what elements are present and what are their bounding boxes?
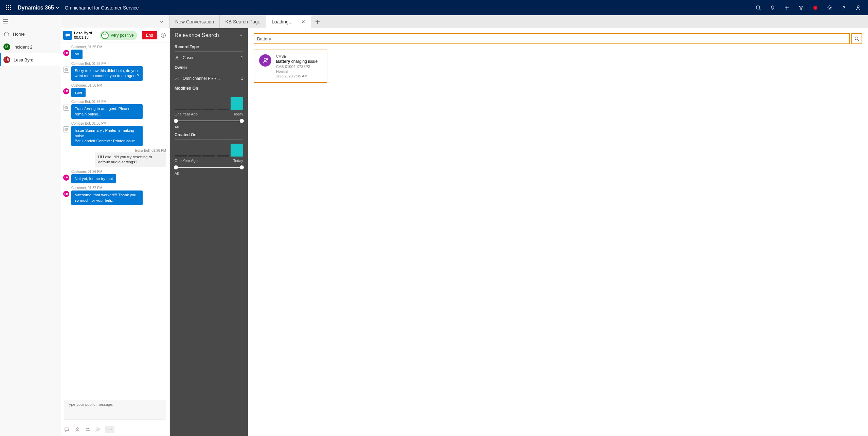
sidebar-item-conversation[interactable]: LB Lesa Byrd [0, 53, 61, 66]
svg-rect-0 [6, 5, 7, 6]
msg-meta: Contoso Bot, 01:35 PM [71, 62, 143, 66]
conversation-body[interactable]: LBCustomer, 01:35 PMno Contoso Bot, 01:3… [61, 42, 169, 398]
topbar: Dynamics 365 Omnichannel for Customer Se… [0, 0, 868, 15]
msg-meta: Customer, 01:36 PM [71, 170, 116, 174]
svg-line-34 [858, 40, 859, 41]
transfer-icon[interactable] [85, 427, 90, 432]
axis-right: Today [233, 112, 243, 116]
msg-meta: Contoso Bot, 01:36 PM [71, 100, 143, 104]
filter-icon[interactable] [794, 1, 808, 15]
presence-indicator[interactable] [808, 1, 822, 15]
modified-heading: Modified On [175, 86, 243, 91]
left-sidebar: Home I2 incident 2 LB Lesa Byrd [0, 15, 61, 436]
customer-name: Lesa Byrd [74, 31, 92, 35]
filter-count: 1 [241, 76, 243, 81]
search-result-card[interactable]: CASE Battery charging issue CAS-01004-X7… [254, 50, 327, 83]
sidebar-item-home[interactable]: Home [0, 28, 61, 40]
session-picker[interactable] [61, 15, 170, 28]
tab-kb-search[interactable]: KB Search Page [220, 15, 266, 28]
search-icon[interactable] [751, 1, 765, 15]
svg-point-32 [176, 77, 178, 78]
svg-rect-2 [10, 5, 11, 6]
chevron-down-icon [239, 33, 243, 37]
svg-point-28 [76, 428, 78, 430]
app-launcher-icon[interactable] [3, 2, 15, 14]
filter-owner[interactable]: Omnichannel PRR... 1 [175, 74, 243, 83]
search-input[interactable] [254, 34, 850, 44]
created-slider[interactable] [175, 165, 243, 170]
owner-heading: Owner [175, 65, 243, 70]
msg-bubble: sure [71, 88, 86, 97]
result-title: Battery charging issue [276, 59, 318, 64]
svg-point-36 [266, 58, 268, 60]
message-input-area [61, 398, 169, 423]
lightbulb-icon[interactable] [765, 1, 780, 15]
consult-icon[interactable] [75, 427, 80, 432]
relevance-title[interactable]: Relevance Search [175, 32, 243, 38]
tab-label: KB Search Page [225, 19, 260, 24]
close-icon[interactable]: ✕ [301, 19, 305, 24]
svg-point-9 [756, 6, 760, 9]
svg-point-25 [67, 129, 67, 130]
gear-icon[interactable] [822, 1, 837, 15]
bot-icon [63, 126, 69, 132]
svg-point-20 [66, 107, 66, 108]
account-icon[interactable] [851, 1, 865, 15]
quick-reply-icon[interactable] [65, 427, 70, 432]
msg-meta: Contoso Bot, 01:36 PM [71, 122, 143, 125]
svg-point-24 [66, 129, 66, 130]
msg-bubble: Issue Summary : Printer is making noise … [71, 126, 143, 146]
person-icon [175, 76, 179, 81]
info-icon[interactable] [159, 33, 167, 38]
chevron-down-icon [55, 6, 59, 10]
message-input[interactable] [65, 400, 166, 420]
sidebar-item-label: Home [13, 32, 25, 37]
search-button[interactable] [852, 34, 862, 44]
svg-rect-1 [8, 5, 9, 6]
tab-new-conversation[interactable]: New Conversation [170, 15, 220, 28]
msg-meta: Customer, 01:35 PM [71, 45, 102, 49]
more-icon[interactable]: ⋯ [105, 426, 114, 433]
sentiment-label: Very positive [111, 33, 134, 38]
filter-cases[interactable]: Cases 1 [175, 54, 243, 62]
end-button[interactable]: End [142, 31, 157, 39]
svg-rect-15 [65, 69, 68, 71]
help-icon[interactable] [837, 1, 851, 15]
person-icon [175, 55, 179, 60]
search-results-panel: CASE Battery charging issue CAS-01004-X7… [248, 28, 868, 436]
avatar: LB [63, 50, 69, 56]
add-icon[interactable] [780, 1, 794, 15]
tab-label: Loading... [272, 19, 293, 24]
sidebar-toggle-icon[interactable] [0, 15, 61, 28]
search-icon [854, 36, 859, 41]
created-heading: Created On [175, 132, 243, 137]
case-avatar-icon [259, 54, 271, 67]
svg-rect-8 [10, 9, 11, 10]
brand-switcher[interactable]: Dynamics 365 [18, 5, 59, 11]
avatar: LB [63, 88, 69, 94]
notes-icon[interactable] [95, 427, 101, 432]
modified-histogram [175, 95, 243, 110]
svg-point-16 [66, 69, 66, 70]
search-bar [254, 34, 862, 44]
modified-slider[interactable] [175, 118, 243, 124]
svg-rect-3 [6, 7, 7, 8]
svg-point-17 [67, 69, 67, 70]
result-priority: Normal [276, 69, 318, 73]
msg-meta: Edna Bell, 01:36 PM [135, 149, 166, 152]
svg-rect-5 [10, 7, 11, 8]
sidebar-item-incident[interactable]: I2 incident 2 [0, 40, 61, 53]
filter-label: Omnichannel PRR... [183, 76, 220, 81]
chevron-down-icon [159, 19, 164, 24]
axis-left: One Year Ago [175, 112, 198, 116]
relevance-title-text: Relevance Search [175, 32, 219, 38]
svg-point-30 [98, 428, 100, 430]
tab-loading[interactable]: Loading... ✕ [266, 15, 311, 28]
app-name: Omnichannel for Customer Service [65, 5, 139, 11]
svg-rect-23 [65, 128, 68, 130]
svg-point-35 [264, 58, 267, 61]
new-tab-button[interactable] [311, 15, 324, 28]
result-type-label: CASE [276, 54, 318, 58]
svg-point-11 [829, 7, 831, 8]
svg-rect-4 [8, 7, 9, 8]
